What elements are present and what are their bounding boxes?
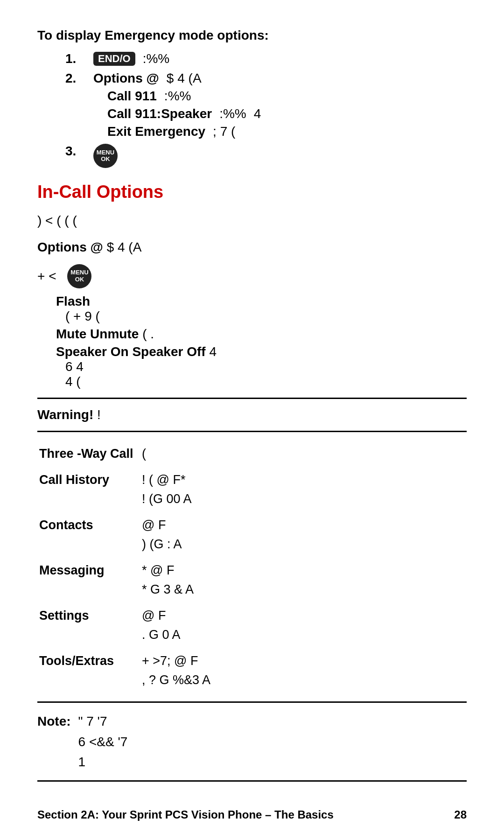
menu-ok-badge-step3: MENUOK — [93, 144, 118, 168]
table-row: Settings @ F . G 0 A — [37, 602, 467, 648]
contacts-line1: @ F — [142, 516, 465, 535]
speaker-block: Speaker On Speaker Off 4 6 4 4 ( — [56, 344, 467, 389]
settings-line2: . G 0 A — [142, 625, 465, 644]
contacts-text: @ F ) (G : A — [140, 512, 467, 557]
note-line3: 1 — [78, 752, 128, 772]
speaker-off-label: Speaker Off — [132, 344, 205, 359]
settings-label: Settings — [37, 602, 140, 648]
table-row: Call History ! ( @ F* ! (G 00 A — [37, 467, 467, 512]
warning-label: Warning! — [37, 407, 93, 422]
messaging-text: * @ F * G 3 & A — [140, 557, 467, 602]
speaker-line: Speaker On Speaker Off 4 — [56, 344, 467, 359]
options-at-label: Options @ — [37, 240, 103, 254]
flash-text: Flash — [56, 294, 90, 308]
call-history-line1: ! ( @ F* — [142, 470, 465, 490]
page-content: To display Emergency mode options: 1. EN… — [37, 28, 467, 782]
mute-label: Mute — [56, 327, 86, 341]
flash-sub: ( + 9 ( — [65, 309, 467, 324]
flash-label: Flash — [56, 294, 467, 309]
call-history-text: ! ( @ F* ! (G 00 A — [140, 467, 467, 512]
tools-label: Tools/Extras — [37, 648, 140, 693]
messaging-label: Messaging — [37, 557, 140, 602]
call911-speaker-extra: 4 — [254, 106, 261, 121]
tools-line2: , ? G %&3 A — [142, 671, 465, 690]
note-label: Note: — [37, 711, 71, 772]
table-row: Messaging * @ F * G 3 & A — [37, 557, 467, 602]
step-2-main: Options @ $ 4 (A — [93, 71, 261, 86]
call911-speaker-text: :%% — [219, 106, 246, 121]
call-history-line2: ! (G 00 A — [142, 490, 465, 509]
in-call-line2-text: + < — [37, 269, 56, 284]
messaging-line1: * @ F — [142, 561, 465, 580]
step-1-text: :%% — [143, 51, 170, 66]
note-content: " 7 '7 6 <&& '7 1 — [78, 711, 128, 772]
note-line2: 6 <&& '7 — [78, 732, 128, 752]
sub-item-exit-emergency: Exit Emergency ; 7 ( — [107, 124, 261, 139]
sub-item-call911: Call 911 :%% — [107, 89, 261, 104]
sub-item-call911-speaker: Call 911:Speaker :%% 4 — [107, 106, 261, 121]
footer-left: Section 2A: Your Sprint PCS Vision Phone… — [37, 808, 334, 821]
tools-text: + >7; @ F , ? G %&3 A — [140, 648, 467, 693]
speaker-extra: 4 — [209, 344, 217, 359]
note-line1: " 7 '7 — [78, 711, 128, 731]
table-row: Tools/Extras + >7; @ F , ? G %&3 A — [37, 648, 467, 693]
in-call-line2-row: + < MENUOK — [37, 264, 467, 288]
step-1: 1. END/O :%% — [65, 51, 467, 66]
options-table: Three -Way Call ( Call History ! ( @ F* … — [37, 441, 467, 693]
settings-line1: @ F — [142, 606, 465, 625]
divider-1 — [37, 398, 467, 399]
three-way-text: ( — [140, 441, 467, 467]
three-way-label: Three -Way Call — [37, 441, 140, 467]
speaker-sub1: 6 4 — [65, 359, 467, 374]
flash-block: Flash ( + 9 ( — [56, 294, 467, 324]
in-call-intro: ) < ( ( ( — [37, 210, 467, 231]
call911-text: :%% — [164, 89, 191, 104]
contacts-line2: ) (G : A — [142, 535, 465, 554]
table-row: Three -Way Call ( — [37, 441, 467, 467]
step-2: 2. Options @ $ 4 (A Call 911 :%% Call 91… — [65, 71, 467, 139]
in-call-options-line: Options @ $ 4 (A — [37, 237, 467, 257]
warning-text: ! — [97, 407, 101, 422]
tools-line1: + >7; @ F — [142, 651, 465, 671]
footer: Section 2A: Your Sprint PCS Vision Phone… — [37, 808, 467, 821]
step-2-subitems: Call 911 :%% Call 911:Speaker :%% 4 Exit… — [107, 89, 261, 139]
call911-label: Call 911 — [107, 89, 157, 104]
table-row: Contacts @ F ) (G : A — [37, 512, 467, 557]
step-2-num: 2. — [65, 71, 84, 86]
unmute-label: Unmute — [90, 327, 139, 341]
exit-emergency-label: Exit Emergency — [107, 124, 205, 139]
in-call-intro-text: ) < ( ( ( — [37, 213, 77, 228]
call-history-label: Call History — [37, 467, 140, 512]
numbered-list: 1. END/O :%% 2. Options @ $ 4 (A Call 9 — [65, 51, 467, 168]
divider-4 — [37, 780, 467, 782]
step-3-num: 3. — [65, 144, 84, 159]
options-sub: $ 4 (A — [107, 240, 142, 254]
speaker-sub2: 4 ( — [65, 374, 467, 389]
settings-text: @ F . G 0 A — [140, 602, 467, 648]
note-block: Note: " 7 '7 6 <&& '7 1 — [37, 711, 467, 772]
step-2-options: Options @ — [93, 71, 159, 86]
end-o-badge: END/O — [93, 52, 135, 66]
step-2-sub: $ 4 (A — [167, 71, 202, 86]
in-call-heading: In-Call Options — [37, 182, 467, 202]
step-2-content: Options @ $ 4 (A Call 911 :%% Call 911:S… — [93, 71, 261, 139]
messaging-line2: * G 3 & A — [142, 580, 465, 599]
contacts-label: Contacts — [37, 512, 140, 557]
exit-emergency-text: ; 7 ( — [213, 124, 235, 139]
mute-block: Mute Unmute ( . — [56, 327, 467, 342]
intro-heading: To display Emergency mode options: — [37, 28, 467, 43]
menu-ok-badge-inline: MENUOK — [67, 264, 91, 288]
divider-3 — [37, 701, 467, 703]
speaker-on-label: Speaker On — [56, 344, 129, 359]
mute-text: ( . — [142, 327, 154, 341]
step-1-content: END/O :%% — [93, 51, 169, 66]
footer-right: 28 — [454, 808, 467, 821]
divider-2 — [37, 431, 467, 432]
call911-speaker-label: Call 911:Speaker — [107, 106, 212, 121]
step-3: 3. MENUOK — [65, 144, 467, 168]
step-1-num: 1. — [65, 51, 84, 66]
intro-section: To display Emergency mode options: 1. EN… — [37, 28, 467, 168]
warning-block: Warning! ! — [37, 407, 467, 422]
